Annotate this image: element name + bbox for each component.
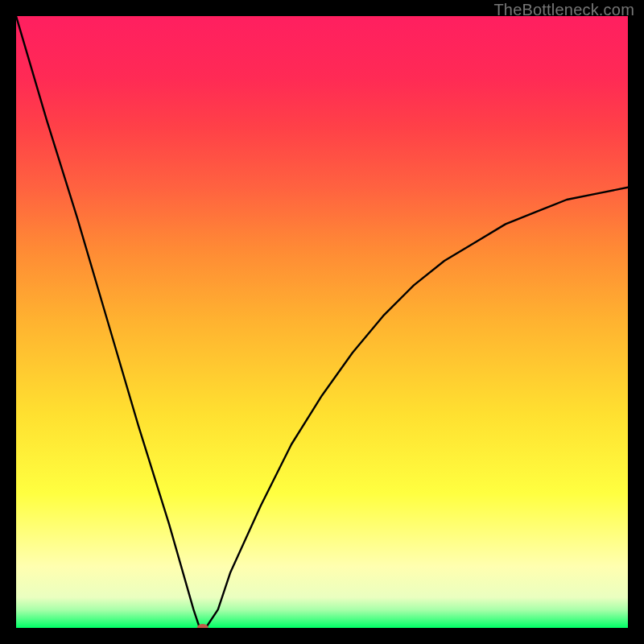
plot-area — [16, 16, 628, 628]
bottleneck-curve — [16, 16, 628, 628]
curve-svg — [16, 16, 628, 628]
chart-frame: TheBottleneck.com — [0, 0, 644, 644]
